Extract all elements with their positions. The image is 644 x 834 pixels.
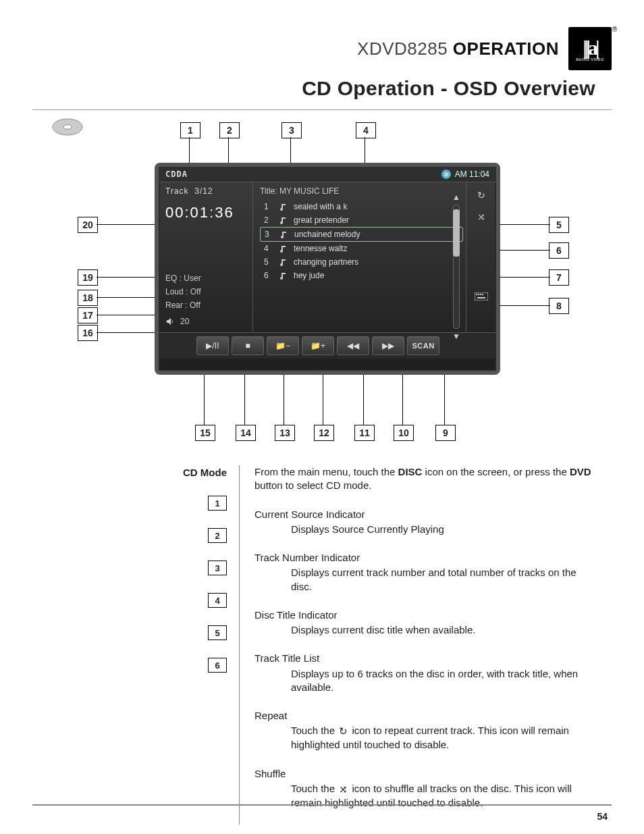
track-row[interactable]: 3unchained melody bbox=[260, 227, 463, 242]
callout-12: 12 bbox=[314, 425, 334, 441]
callout-2: 2 bbox=[219, 122, 240, 138]
track-row[interactable]: 5changing partners bbox=[260, 255, 463, 269]
callout-17: 17 bbox=[78, 307, 98, 323]
music-note-icon bbox=[279, 271, 287, 280]
callout-1: 1 bbox=[180, 122, 200, 138]
svg-rect-5 bbox=[480, 294, 481, 295]
legend-first-label: CD Mode bbox=[183, 467, 227, 478]
legend-item: RepeatTouch the ↻ icon to repeat current… bbox=[254, 709, 599, 752]
osd-diagram: 1 2 3 4 5 6 7 8 20 19 18 17 16 15 14 13 … bbox=[79, 122, 565, 446]
repeat-button[interactable]: ↻ bbox=[471, 186, 491, 204]
volume-indicator: 20 bbox=[165, 315, 246, 328]
legend-item: Disc Title IndicatorDisplays current dis… bbox=[254, 608, 599, 637]
callout-4: 4 bbox=[356, 122, 376, 138]
bluetooth-icon: ✲ bbox=[441, 170, 451, 179]
music-note-icon bbox=[279, 216, 287, 224]
svg-rect-7 bbox=[477, 297, 485, 298]
legend-item: Current Source IndicatorDisplays Source … bbox=[254, 508, 599, 537]
track-row[interactable]: 2great pretender bbox=[260, 213, 463, 227]
keyboard-button[interactable] bbox=[471, 288, 491, 305]
callout-3: 3 bbox=[281, 122, 302, 138]
scrollbar[interactable]: ▲ ▼ bbox=[450, 192, 462, 341]
callout-8: 8 bbox=[549, 298, 569, 314]
rewind-button[interactable]: ◀◀ bbox=[337, 336, 369, 355]
shuffle-button[interactable]: ⤨ bbox=[471, 208, 491, 226]
footer-rule bbox=[32, 804, 612, 806]
play-pause-button[interactable]: ▶/II bbox=[196, 336, 229, 355]
legend-cd-mode: From the main menu, touch the DISC icon … bbox=[254, 465, 599, 493]
callout-16: 16 bbox=[78, 325, 98, 341]
scroll-up-icon[interactable]: ▲ bbox=[452, 192, 460, 202]
loud-status: Loud : Off bbox=[165, 285, 246, 298]
callout-15: 15 bbox=[195, 425, 215, 441]
section-title: CD Operation - OSD Overview bbox=[32, 77, 595, 100]
callout-11: 11 bbox=[354, 425, 375, 441]
callout-20: 20 bbox=[78, 217, 98, 233]
callout-9: 9 bbox=[435, 425, 456, 441]
svg-rect-2 bbox=[475, 292, 488, 301]
elapsed-time: 00:01:36 bbox=[165, 204, 246, 221]
legend: CD Mode 1 2 3 4 5 6 From the main menu, … bbox=[112, 465, 599, 825]
callout-6: 6 bbox=[549, 242, 569, 259]
scroll-down-icon[interactable]: ▼ bbox=[452, 332, 460, 341]
music-note-icon bbox=[279, 258, 287, 266]
track-row[interactable]: 1sealed with a k bbox=[260, 200, 463, 213]
scan-button[interactable]: SCAN bbox=[407, 336, 439, 355]
clock: ✲ AM 11:04 bbox=[441, 170, 489, 179]
svg-rect-6 bbox=[482, 294, 483, 295]
brand-logo: ® |||a| audio·video bbox=[568, 27, 612, 70]
music-note-icon bbox=[279, 244, 287, 253]
disc-title: Title: MY MUSIC LIFE bbox=[260, 186, 463, 196]
callout-10: 10 bbox=[394, 425, 414, 441]
track-indicator: Track 3/12 bbox=[165, 186, 246, 196]
page-number: 54 bbox=[597, 811, 608, 822]
callout-14: 14 bbox=[236, 425, 256, 441]
svg-point-1 bbox=[63, 125, 72, 130]
folder-up-button[interactable]: 📁+ bbox=[302, 336, 334, 355]
callout-7: 7 bbox=[549, 269, 569, 286]
svg-rect-4 bbox=[478, 294, 479, 295]
track-row[interactable]: 4tennesse waltz bbox=[260, 242, 463, 255]
callout-19: 19 bbox=[78, 269, 98, 286]
callout-13: 13 bbox=[275, 425, 295, 441]
callout-18: 18 bbox=[78, 290, 98, 306]
svg-rect-3 bbox=[476, 294, 477, 295]
folder-down-button[interactable]: 📁− bbox=[267, 336, 299, 355]
legend-item: Track Title ListDisplays up to 6 tracks … bbox=[254, 652, 599, 694]
eq-status: EQ : User bbox=[165, 271, 246, 285]
header-title: XDVD8285 OPERATION bbox=[357, 38, 559, 59]
legend-item: ShuffleTouch the ⤨ icon to shuffle all t… bbox=[254, 767, 599, 810]
forward-button[interactable]: ▶▶ bbox=[372, 336, 404, 355]
rear-status: Rear : Off bbox=[165, 298, 246, 312]
divider bbox=[32, 109, 612, 110]
track-row[interactable]: 6hey jude bbox=[260, 269, 463, 282]
source-indicator: CDDA bbox=[165, 170, 188, 179]
speaker-icon bbox=[165, 317, 175, 326]
music-note-icon bbox=[279, 203, 287, 211]
stop-button[interactable]: ■ bbox=[232, 336, 264, 355]
osd-screen: CDDA ✲ AM 11:04 Track 3/12 00:01:36 EQ :… bbox=[155, 163, 500, 375]
legend-item: Track Number IndicatorDisplays current t… bbox=[254, 551, 599, 594]
callout-5: 5 bbox=[549, 217, 569, 233]
music-note-icon bbox=[279, 230, 288, 238]
track-list: 1sealed with a k2great pretender3unchain… bbox=[260, 200, 463, 282]
